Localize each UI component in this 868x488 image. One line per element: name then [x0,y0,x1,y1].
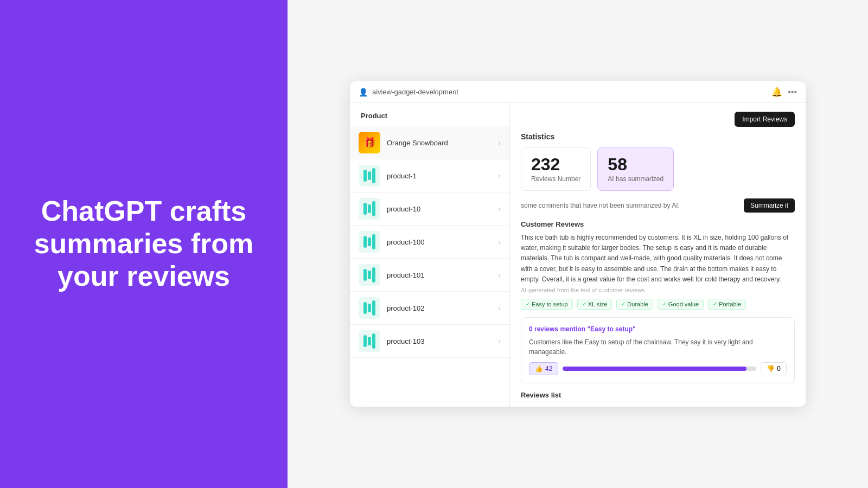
top-bar: 👤 aiview-gadget-development 🔔 ••• [350,81,806,103]
import-reviews-button[interactable]: Import Reviews [735,112,795,127]
product-name: product-101 [387,271,492,279]
left-panel: ChatGPT crafts summaries from your revie… [0,0,288,488]
mention-title-prefix: 0 reviews mention [529,325,585,333]
chevron-right-icon: › [498,204,501,213]
list-item[interactable]: product-100 › [350,226,509,259]
chevron-right-icon: › [498,138,501,147]
vote-row: 👍 42 👎 0 [529,362,787,375]
import-btn-area: Import Reviews [521,112,795,127]
check-icon: ✓ [713,301,717,307]
tag-label: XL size [588,301,608,307]
product-thumbnail [359,264,380,286]
product-name: product-103 [387,337,492,345]
stats-title: Statistics [521,132,795,141]
product-thumbnail [359,297,380,319]
tag-label: Durable [627,301,648,307]
tag-row: ✓ Easy to setup ✓ XL size ✓ Durable ✓ Go… [521,299,795,310]
notification-icon[interactable]: 🔔 [771,87,782,97]
tag-durable[interactable]: ✓ Durable [616,299,653,310]
list-item[interactable]: product-102 › [350,292,509,325]
check-icon: ✓ [662,301,667,307]
mention-desc: Customers like the Easy to setup of the … [529,337,787,357]
ai-generated-note: AI-generated from the text of customer r… [521,287,795,293]
check-icon: ✓ [621,301,626,307]
product-name: product-1 [387,172,492,180]
list-item[interactable]: product-10 › [350,192,509,226]
app-body: Product 🎁 Orange Snowboard › product-1 › [350,103,806,407]
reviews-list-header: Reviews list [521,389,795,399]
top-bar-icons: 🔔 ••• [771,87,797,97]
downvote-button[interactable]: 👎 0 [761,362,787,375]
vote-progress-fill [563,367,746,371]
chevron-right-icon: › [498,304,501,312]
vote-progress-bar [563,367,756,371]
product-list-header: Product [350,110,509,126]
list-item[interactable]: product-101 › [350,259,509,292]
mention-title: 0 reviews mention "Easy to setup" [529,325,787,333]
list-item[interactable]: product-103 › [350,325,509,358]
product-name: product-102 [387,304,492,312]
chevron-right-icon: › [498,337,501,345]
mention-title-highlight: "Easy to setup" [587,325,635,333]
chevron-right-icon: › [498,271,501,279]
tag-easy-setup[interactable]: ✓ Easy to setup [521,299,573,310]
more-options-icon[interactable]: ••• [788,87,797,97]
product-thumbnail [359,330,380,352]
top-bar-left: 👤 aiview-gadget-development [359,88,458,97]
product-thumbnail: 🎁 [359,132,380,153]
summarize-row: some comments that have not been summari… [521,198,795,213]
tag-good-value[interactable]: ✓ Good value [658,299,704,310]
check-icon: ✓ [526,301,530,307]
upvote-count: 42 [545,365,552,373]
review-body-text: This ice bath tub is highly recommended … [521,233,795,285]
stats-panel: Import Reviews Statistics 232 Reviews Nu… [510,103,806,407]
thumbs-up-icon: 👍 [535,365,543,373]
workspace-icon: 👤 [359,88,368,97]
ai-summarized-label: AI has summarized [608,175,663,183]
reviews-number-card: 232 Reviews Number [521,147,591,191]
tag-label: Good value [668,301,699,307]
app-window: 👤 aiview-gadget-development 🔔 ••• Produc… [350,81,806,407]
product-list-panel: Product 🎁 Orange Snowboard › product-1 › [350,103,510,407]
reviews-label: Reviews Number [531,175,580,183]
tag-portable[interactable]: ✓ Portable [708,299,746,310]
customer-reviews-title: Customer Reviews [521,220,795,228]
tag-label: Portable [719,301,741,307]
chevron-right-icon: › [498,171,501,180]
chevron-right-icon: › [498,237,501,246]
reviews-number: 232 [531,156,580,173]
product-name: product-10 [387,205,492,213]
product-name: Orange Snowboard [387,139,492,147]
upvote-button[interactable]: 👍 42 [529,362,558,375]
check-icon: ✓ [582,301,586,307]
product-thumbnail [359,165,380,187]
product-thumbnail [359,198,380,220]
tag-xl-size[interactable]: ✓ XL size [577,299,612,310]
stats-cards: 232 Reviews Number 58 AI has summarized [521,147,795,191]
downvote-count: 0 [777,365,781,373]
summarize-desc: some comments that have not been summari… [521,202,738,209]
list-item[interactable]: product-1 › [350,159,509,192]
workspace-label: aiview-gadget-development [372,88,458,96]
review-mention-card: 0 reviews mention "Easy to setup" Custom… [521,317,795,383]
thumbs-down-icon: 👎 [767,365,775,373]
hero-text: ChatGPT crafts summaries from your revie… [33,195,255,292]
right-panel: 👤 aiview-gadget-development 🔔 ••• Produc… [288,0,868,488]
product-name: product-100 [387,238,492,246]
summarize-it-button[interactable]: Summarize it [744,198,795,213]
tag-label: Easy to setup [532,301,568,307]
ai-summarized-number: 58 [608,156,663,173]
product-thumbnail [359,231,380,253]
list-item[interactable]: 🎁 Orange Snowboard › [350,126,509,159]
ai-summarized-card: 58 AI has summarized [597,147,674,191]
